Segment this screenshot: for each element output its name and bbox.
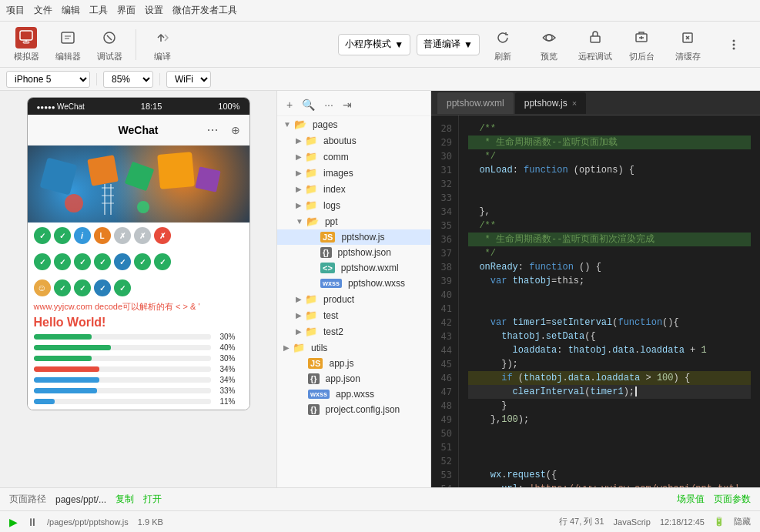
tree-item-pptshow-js[interactable]: JSpptshow.js xyxy=(277,229,430,245)
collapse-button[interactable]: ⇥ xyxy=(340,97,355,112)
chevron-comm xyxy=(296,152,302,161)
tree-item-aboutus[interactable]: 📁aboutus xyxy=(277,132,430,149)
menu-item-project[interactable]: 项目 xyxy=(6,4,25,17)
hide-button[interactable]: 隐藏 xyxy=(734,516,751,527)
tree-item-test[interactable]: 📁test xyxy=(277,307,430,323)
tree-item-pptshow-wxml[interactable]: <>pptshow.wxml xyxy=(277,260,430,276)
svg-rect-0 xyxy=(20,31,32,40)
compile-type-select[interactable]: 普通编译 ▼ xyxy=(417,34,480,55)
tree-item-images[interactable]: 📁images xyxy=(277,165,430,181)
tool-group-left: 模拟器 编辑器 调试器 xyxy=(6,25,129,65)
line-num-43: 43 xyxy=(437,330,452,343)
tree-item-index[interactable]: 📁index xyxy=(277,181,430,197)
tree-item-pptshow-wxss[interactable]: wxsspptshow.wxss xyxy=(277,276,430,291)
svg-rect-20 xyxy=(87,155,119,186)
phone-more-btn[interactable]: ··· xyxy=(206,122,218,138)
preview-button[interactable]: 预览 xyxy=(529,25,569,65)
file-type-badge-app-wxss: wxss xyxy=(308,390,330,399)
tree-item-pages[interactable]: 📂pages xyxy=(277,116,430,132)
tree-item-pptshow-json[interactable]: {}pptshow.json xyxy=(277,245,430,260)
code-line-51 xyxy=(468,440,751,454)
phone-frame: ●●●●● WeChat 18:15 100% WeChat ··· ⊕ xyxy=(27,97,250,410)
tree-item-app-wxss[interactable]: wxssapp.wxss xyxy=(277,386,430,402)
refresh-button[interactable]: 刷新 xyxy=(483,25,523,65)
code-line-28: /** xyxy=(468,122,751,136)
more-file-button[interactable]: ··· xyxy=(321,97,336,112)
tree-item-app-json[interactable]: {}app.json xyxy=(277,371,430,386)
code-line-31: onLoad: function (options) { xyxy=(468,163,751,177)
status-lang: JavaScrip xyxy=(614,517,651,527)
line-num-35: 35 xyxy=(437,219,452,233)
simulator-button[interactable]: 模拟器 xyxy=(6,25,46,65)
menu-item-edit[interactable]: 编辑 xyxy=(62,4,80,17)
more-button[interactable] xyxy=(714,25,754,65)
tab-js-close[interactable]: × xyxy=(572,99,577,108)
code-line-37: */ xyxy=(468,246,751,260)
progress-fill-5 xyxy=(34,388,97,393)
code-line-39: var thatobj=this; xyxy=(468,274,751,288)
line-num-48: 48 xyxy=(437,399,452,413)
tree-item-test2[interactable]: 📁test2 xyxy=(277,323,430,340)
background-button[interactable]: 切后台 xyxy=(621,25,661,65)
progress-fill-4 xyxy=(34,377,99,383)
phone-battery: 100% xyxy=(218,102,239,111)
tree-item-utils[interactable]: 📁utils xyxy=(277,340,430,356)
code-line-30: */ xyxy=(468,149,751,163)
copy-button[interactable]: 复制 xyxy=(116,493,134,506)
menu-item-interface[interactable]: 界面 xyxy=(117,4,136,17)
remote-debug-button[interactable]: 远程调试 xyxy=(575,25,615,65)
clear-cache-button[interactable]: 清缓存 xyxy=(668,25,708,65)
open-button[interactable]: 打开 xyxy=(143,493,162,506)
code-area[interactable]: 2829303132333435363738394041424344454647… xyxy=(431,115,760,487)
pause-button[interactable]: ⏸ xyxy=(27,516,38,528)
toolbar: 模拟器 编辑器 调试器 xyxy=(0,22,760,68)
scene-button[interactable]: 场景值 xyxy=(677,493,705,506)
folder-icon-ppt: 📂 xyxy=(306,216,319,227)
code-line-47: clearInterval(timer1); xyxy=(468,385,751,399)
compile-button[interactable]: 编译 xyxy=(142,25,182,65)
mode-select[interactable]: 小程序模式 ▼ xyxy=(338,34,410,55)
network-select[interactable]: WiFi 3G 4G xyxy=(166,71,211,88)
line-num-49: 49 xyxy=(437,413,452,427)
play-button[interactable]: ▶ xyxy=(9,516,18,528)
menu-item-devtools[interactable]: 微信开发者工具 xyxy=(172,4,237,17)
editor-panel: pptshow.wxml pptshow.js × 28293031323334… xyxy=(431,91,760,487)
status-right: 行 47, 列 31 JavaScrip 12:18/12:45 🔋 隐藏 xyxy=(559,516,751,527)
device-select[interactable]: iPhone 5 iPhone 6 iPhone 6 Plus xyxy=(6,71,90,88)
phone-camera-btn[interactable]: ⊕ xyxy=(231,124,240,136)
line-num-37: 37 xyxy=(437,246,452,260)
tab-js[interactable]: pptshow.js × xyxy=(515,92,586,114)
line-num-39: 39 xyxy=(437,274,452,288)
tree-item-ppt[interactable]: 📂ppt xyxy=(277,213,430,229)
code-content[interactable]: /** * 生命周期函数--监听页面加载 */ onLoad: function… xyxy=(459,115,760,487)
tree-item-label-test2: test2 xyxy=(323,326,343,337)
tree-item-project-config[interactable]: {}project.config.json xyxy=(277,402,430,417)
menu-item-file[interactable]: 文件 xyxy=(34,4,52,17)
tree-item-app-js[interactable]: JSapp.js xyxy=(277,356,430,371)
param-button[interactable]: 页面参数 xyxy=(714,493,751,506)
add-file-button[interactable]: + xyxy=(283,97,296,112)
tree-item-comm[interactable]: 📁comm xyxy=(277,149,430,165)
compile-icon xyxy=(152,27,173,49)
code-line-46: if (thatobj.data.loaddata > 100) { xyxy=(468,371,751,385)
line-num-47: 47 xyxy=(437,385,452,399)
debugger-button[interactable]: 调试器 xyxy=(89,25,129,65)
zoom-select[interactable]: 85% 100% 75% xyxy=(103,71,153,88)
tab-wxml[interactable]: pptshow.wxml xyxy=(437,92,514,114)
line-num-44: 44 xyxy=(437,343,452,357)
progress-track-2 xyxy=(34,356,211,361)
tree-item-logs[interactable]: 📁logs xyxy=(277,197,430,213)
tree-item-label-comm: comm xyxy=(323,152,349,162)
background-icon xyxy=(631,27,652,49)
menu-item-settings[interactable]: 设置 xyxy=(145,4,163,17)
device-bar-sep1 xyxy=(96,73,97,85)
progress-fill-6 xyxy=(34,399,55,404)
code-line-48: } xyxy=(468,399,751,413)
search-file-button[interactable]: 🔍 xyxy=(299,97,318,112)
progress-item-1: 40% xyxy=(34,343,243,352)
tree-item-product[interactable]: 📁product xyxy=(277,291,430,307)
tree-item-label-aboutus: aboutus xyxy=(323,136,357,146)
icon-check1: ✓ xyxy=(34,227,51,244)
menu-item-tools[interactable]: 工具 xyxy=(89,4,108,17)
editor-button[interactable]: 编辑器 xyxy=(48,25,88,65)
